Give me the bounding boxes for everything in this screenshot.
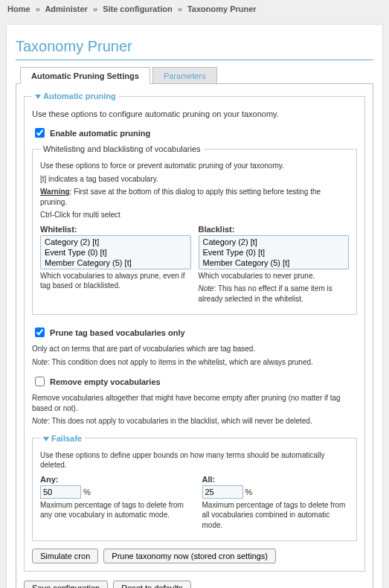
vocab-option[interactable]: Category (2) [t]: [200, 237, 348, 247]
prune-tag-only-label: Prune tag based vocabularies only: [50, 328, 185, 337]
failsafe-all-desc: Maximum percentage of tags to delete fro…: [202, 500, 350, 531]
auto-intro-text: Use these options to configure automatic…: [32, 109, 357, 118]
whitelist-help: Which vocabularies to always prune, even…: [40, 271, 191, 291]
wlbl-line2: [t] indicates a tag based vocabulary.: [40, 174, 349, 185]
failsafe-all-pct: %: [245, 488, 253, 496]
tab-parameters[interactable]: Parameters: [152, 67, 217, 83]
legend-failsafe[interactable]: Failsafe: [43, 434, 82, 443]
collapse-icon: [35, 95, 41, 99]
failsafe-all-label: All:: [202, 475, 350, 484]
failsafe-any-input[interactable]: [40, 485, 81, 499]
breadcrumb: Home » Administer » Site configuration »…: [0, 0, 389, 18]
failsafe-intro: Use these options to define upper bounds…: [40, 450, 349, 470]
whitelist-select[interactable]: Category (2) [t]Event Type (0) [t]Member…: [40, 235, 191, 269]
enable-auto-pruning-label: Enable automatic pruning: [50, 129, 150, 138]
remove-empty-label: Remove empty vocabularies: [50, 377, 161, 386]
failsafe-any-desc: Maximum percentage of tags to delete fro…: [40, 500, 187, 520]
whitelist-label: Whitelist:: [40, 225, 191, 234]
tabs: Automatic Pruning Settings Parameters: [16, 66, 373, 84]
vocab-option[interactable]: Member Category (5) [t]: [42, 258, 190, 268]
breadcrumb-administer[interactable]: Administer: [45, 4, 87, 13]
wlbl-warning: Warning: First save at the bottom of thi…: [40, 187, 349, 207]
prune-tag-only-checkbox[interactable]: [35, 327, 45, 337]
simulate-cron-button[interactable]: Simulate cron: [32, 549, 98, 563]
blacklist-label: Blacklist:: [199, 225, 350, 234]
save-configuration-button[interactable]: Save configuration: [24, 581, 108, 588]
page-title: Taxonomy Pruner: [16, 38, 373, 60]
prune-now-button[interactable]: Prune taxonomy now (stored cron settings…: [103, 549, 276, 563]
blacklist-help2: Note: This has no effect if a same item …: [199, 284, 350, 304]
remove-empty-checkbox[interactable]: [35, 377, 45, 386]
breadcrumb-current: Taxonomy Pruner: [187, 4, 257, 13]
breadcrumb-siteconfig[interactable]: Site configuration: [103, 4, 173, 13]
blacklist-select[interactable]: Category (2) [t]Event Type (0) [t]Member…: [199, 235, 350, 269]
vocab-option[interactable]: Category (2) [t]: [42, 237, 190, 247]
wlbl-line1: Use these options to force or prevent au…: [40, 161, 349, 171]
remove-empty-note: Note: This does not apply to vocabularie…: [32, 416, 357, 426]
breadcrumb-home[interactable]: Home: [7, 4, 30, 13]
collapse-icon: [43, 437, 49, 441]
tab-automatic-pruning[interactable]: Automatic Pruning Settings: [20, 67, 150, 84]
fieldset-whitelist-blacklist: Whitelisting and blacklisting of vocabul…: [32, 144, 357, 315]
remove-empty-desc: Remove vocabularies altogether that migh…: [32, 393, 357, 413]
legend-automatic-pruning[interactable]: Automatic pruning: [35, 92, 116, 100]
prune-tag-desc: Only act on terms that are part of vocab…: [32, 344, 357, 354]
failsafe-all-input[interactable]: [202, 485, 243, 499]
legend-wlbl: Whitelisting and blacklisting of vocabul…: [43, 144, 201, 153]
vocab-option[interactable]: Event Type (0) [t]: [42, 247, 190, 258]
page-container: Taxonomy Pruner Automatic Pruning Settin…: [6, 24, 383, 588]
reset-defaults-button[interactable]: Reset to defaults: [113, 581, 191, 588]
wlbl-ctrlclick: Ctrl-Click for multi select: [40, 210, 349, 220]
fieldset-automatic-pruning: Automatic pruning Use these options to c…: [24, 92, 365, 572]
prune-tag-note: Note: This condition does not apply to i…: [32, 357, 357, 368]
vocab-option[interactable]: Member Category (5) [t]: [200, 258, 348, 268]
tab-panel: Automatic pruning Use these options to c…: [16, 84, 373, 588]
fieldset-failsafe: Failsafe Use these options to define upp…: [32, 434, 357, 542]
enable-auto-pruning-checkbox[interactable]: [35, 128, 45, 138]
failsafe-any-label: Any:: [40, 475, 187, 484]
blacklist-help1: Which vocabularies to never prune.: [199, 271, 350, 281]
vocab-option[interactable]: Event Type (0) [t]: [200, 247, 348, 258]
failsafe-any-pct: %: [83, 488, 91, 496]
